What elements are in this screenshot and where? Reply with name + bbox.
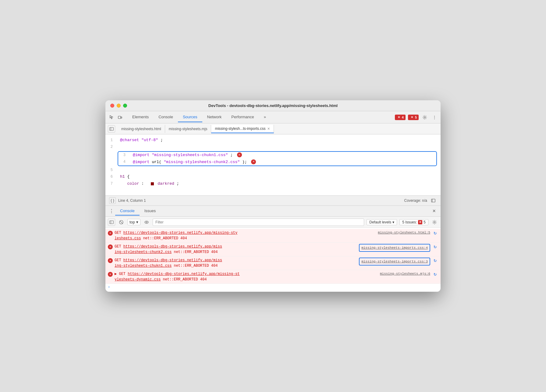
color-swatch-darkred xyxy=(151,182,154,185)
window-title: DevTools - devtools-dbg-stories.netlify.… xyxy=(208,103,338,108)
console-sidebar-toggle[interactable] xyxy=(108,219,115,226)
svg-point-2 xyxy=(424,116,426,118)
svg-rect-0 xyxy=(118,116,121,119)
devtools-toolbar: Elements Console Sources Network Perform… xyxy=(105,111,441,123)
svg-rect-1 xyxy=(121,117,122,118)
settings-icon[interactable] xyxy=(421,114,428,121)
code-line-6: 6 h1 { xyxy=(105,173,441,180)
console-context-label: top xyxy=(129,220,135,224)
toolbar-icon-group xyxy=(108,114,124,121)
code-line-3: 3 @import "missing-stylesheets-chukn1.cs… xyxy=(118,152,436,159)
console-msg-4-content: ▶ GET https://devtools-dbg-stories.netli… xyxy=(115,271,378,282)
file-tab-close-icon[interactable]: × xyxy=(267,127,270,131)
msg-source-1[interactable]: missing-stylesheets.html:5 xyxy=(378,230,430,235)
coverage-label: Coverage: n/a xyxy=(404,198,427,203)
import-highlight-block: 3 @import "missing-stylesheets-chukn1.cs… xyxy=(118,151,437,166)
reload-icon-3[interactable]: ↻ xyxy=(432,258,438,264)
file-tab-css[interactable]: missing-stylesh...ts-imports.css × xyxy=(211,125,274,133)
file-tab-html[interactable]: missing-stylesheets.html xyxy=(118,125,165,133)
highlighted-source-block-3: missing-stylesheets-imports.css:3 xyxy=(359,258,430,265)
tab-more[interactable]: » xyxy=(259,112,271,122)
file-tab-mjs[interactable]: missing-stylesheets.mjs xyxy=(165,125,211,133)
more-options-icon[interactable]: ⋮ xyxy=(431,114,438,121)
code-line-4: 4 @import url( "missing-stylesheets-chun… xyxy=(118,159,436,166)
cursor-position: Line 4, Column 1 xyxy=(118,198,146,203)
file-tab-css-label: missing-stylesh...ts-imports.css xyxy=(215,127,265,131)
error-icon-msg3: ✕ xyxy=(108,258,113,263)
coverage-icon[interactable] xyxy=(430,197,437,204)
error-x-icon-2: ✕ xyxy=(410,115,414,119)
tab-performance[interactable]: Performance xyxy=(226,112,259,122)
error-icon-line3: ✕ xyxy=(237,152,242,157)
toolbar-right: ✕ 4 ✕ 5 ⋮ xyxy=(395,114,438,121)
code-line-1: 1 @charset "utf-8" ; xyxy=(105,137,441,144)
svg-rect-5 xyxy=(431,199,435,202)
error-icon-line4: ✕ xyxy=(251,159,256,164)
reload-icon-1[interactable]: ↻ xyxy=(432,230,438,236)
msg-source-2[interactable]: missing-stylesheets-imports.css:4 xyxy=(361,246,428,250)
code-editor: 1 @charset "utf-8" ; 2 3 @import "missin… xyxy=(105,134,441,195)
device-mode-icon[interactable] xyxy=(116,114,124,121)
minimize-button[interactable] xyxy=(117,104,121,108)
console-live-expressions-icon[interactable] xyxy=(143,219,150,226)
file-tab-mjs-label: missing-stylesheets.mjs xyxy=(169,127,207,131)
status-bar: { } Line 4, Column 1 Coverage: n/a xyxy=(105,195,441,206)
console-settings-icon[interactable] xyxy=(431,219,438,226)
console-msg-1-content: GET https://devtools-dbg-stories.netlify… xyxy=(115,230,376,241)
inspect-element-icon[interactable] xyxy=(108,114,115,121)
error-icon-msg4: ✕ xyxy=(108,272,113,277)
console-menu-icon[interactable]: ⋮ xyxy=(108,208,115,215)
chevron-down-icon: ▾ xyxy=(136,220,138,224)
tab-network[interactable]: Network xyxy=(202,112,227,122)
console-context-selector[interactable]: top ▾ xyxy=(127,219,140,225)
console-message-3: ✕ GET https://devtools-dbg-stories.netli… xyxy=(105,256,441,270)
console-msg-3-content: GET https://devtools-dbg-stories.netlify… xyxy=(115,258,357,269)
reload-icon-2[interactable]: ↻ xyxy=(432,244,438,250)
svg-point-13 xyxy=(434,221,435,223)
console-filter-input[interactable] xyxy=(153,219,364,226)
maximize-button[interactable] xyxy=(123,104,127,108)
console-clear-icon[interactable] xyxy=(118,219,125,226)
console-message-1: ✕ GET https://devtools-dbg-stories.netli… xyxy=(105,229,441,243)
main-tab-bar: Elements Console Sources Network Perform… xyxy=(127,112,394,122)
tab-console-panel[interactable]: Console xyxy=(115,207,140,216)
devtools-window: DevTools - devtools-dbg-stories.netlify.… xyxy=(105,100,441,292)
svg-rect-7 xyxy=(110,221,113,224)
sidebar-toggle-button[interactable] xyxy=(108,125,115,133)
tab-issues-panel[interactable]: Issues xyxy=(140,207,161,216)
console-message-2: ✕ GET https://devtools-dbg-stories.netli… xyxy=(105,243,441,256)
console-msg-2-content: GET https://devtools-dbg-stories.netlify… xyxy=(115,244,357,255)
tab-elements[interactable]: Elements xyxy=(127,112,154,122)
status-bar-left: { } Line 4, Column 1 xyxy=(109,197,146,204)
console-levels-dropdown[interactable]: Default levels ▾ xyxy=(367,219,397,225)
title-bar: DevTools - devtools-dbg-stories.netlify.… xyxy=(105,100,441,111)
prompt-arrow: › xyxy=(108,285,110,289)
msg-source-3[interactable]: missing-stylesheets-imports.css:3 xyxy=(361,260,428,263)
code-line-5: 5 xyxy=(105,167,441,173)
code-line-7: 7 color : darkred ; xyxy=(105,180,441,187)
issues-count-badge[interactable]: 5 Issues: ✕ 5 xyxy=(399,219,428,225)
svg-point-12 xyxy=(146,222,147,223)
console-prompt[interactable]: › xyxy=(105,284,441,290)
msg-source-4[interactable]: missing-stylesheets.mjs:6 xyxy=(380,271,430,276)
svg-rect-3 xyxy=(110,127,113,130)
file-tabs: missing-stylesheets.html missing-stylesh… xyxy=(105,123,441,134)
pretty-print-button[interactable]: { } xyxy=(109,197,116,204)
error-badge-2[interactable]: ✕ 5 xyxy=(408,115,419,120)
svg-point-11 xyxy=(145,221,148,223)
console-message-4: ✕ ▶ GET https://devtools-dbg-stories.net… xyxy=(105,270,441,284)
traffic-lights xyxy=(110,104,127,108)
chevron-down-icon-levels: ▾ xyxy=(392,220,394,224)
console-close-icon[interactable]: × xyxy=(430,207,438,216)
issues-error-icon: ✕ xyxy=(418,220,422,224)
tab-sources[interactable]: Sources xyxy=(178,112,202,122)
tab-console[interactable]: Console xyxy=(154,112,178,122)
reload-icon-4[interactable]: ↻ xyxy=(432,271,438,277)
close-button[interactable] xyxy=(110,104,114,108)
error-icon-msg1: ✕ xyxy=(108,231,113,236)
code-line-2: 2 xyxy=(105,144,441,151)
highlighted-source-block-2: missing-stylesheets-imports.css:4 xyxy=(359,244,430,252)
error-badge-1[interactable]: ✕ 4 xyxy=(395,115,406,120)
console-messages: ✕ GET https://devtools-dbg-stories.netli… xyxy=(105,228,441,292)
issues-count: 5 xyxy=(424,220,426,224)
